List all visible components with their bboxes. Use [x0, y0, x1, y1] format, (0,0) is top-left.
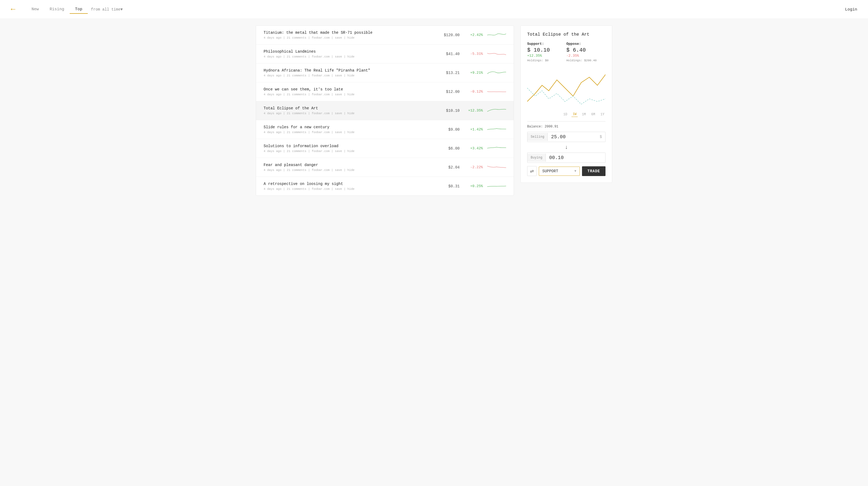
support-select-label: SUPPORT [542, 169, 558, 173]
oppose-price: $ 6.40 [566, 47, 606, 53]
article-meta: 4 days ago | 21 comments | foobar.com | … [264, 36, 441, 39]
article-price: $6.00 [441, 147, 460, 151]
article-change: -2.22% [464, 165, 483, 169]
article-title: Once we can see them, it's too late [264, 87, 441, 92]
article-change: +9.21% [464, 71, 483, 75]
detail-title: Total Eclipse of the Art [527, 32, 606, 37]
article-price: $13.21 [441, 71, 460, 75]
support-select[interactable]: SUPPORT ▼ [539, 167, 580, 176]
article-info: Titanium: the metal that made the SR-71 … [264, 31, 441, 39]
article-info: Solutions to information overload 4 days… [264, 144, 441, 153]
article-sparkline [487, 50, 506, 58]
article-meta: 4 days ago | 21 comments | foobar.com | … [264, 187, 441, 191]
article-row[interactable]: Hydnora Africana: The Real Life "Piranha… [256, 63, 514, 83]
article-row[interactable]: Slide rules for a new century 4 days ago… [256, 120, 514, 139]
article-row[interactable]: Once we can see them, it's too late 4 da… [256, 83, 514, 101]
article-change: +3.42% [464, 147, 483, 151]
article-sparkline [487, 107, 506, 115]
article-meta: 4 days ago | 21 comments | foobar.com | … [264, 150, 441, 153]
timeframes-bar: 1D 1W 1M 6M 1Y [527, 112, 606, 117]
nav-item-rising[interactable]: Rising [44, 5, 70, 14]
header: ← New Rising Top from all time ▼ Login [0, 0, 868, 19]
buying-label: Buying [527, 154, 546, 162]
article-price: $12.00 [441, 90, 460, 94]
oppose-column: Oppose: $ 6.40 -2.35% Holdings: $200.40 [566, 42, 606, 62]
article-title: Total Eclipse of the Art [264, 106, 441, 110]
article-sparkline [487, 69, 506, 77]
article-meta: 4 days ago | 21 comments | foobar.com | … [264, 55, 441, 58]
article-meta: 4 days ago | 21 comments | foobar.com | … [264, 168, 441, 172]
detail-panel: Total Eclipse of the Art Support: $ 10.1… [520, 25, 612, 183]
article-row[interactable]: Fear and pleasant danger 4 days ago | 21… [256, 158, 514, 177]
logo[interactable]: ← [11, 5, 16, 13]
article-meta: 4 days ago | 21 comments | foobar.com | … [264, 131, 441, 134]
article-price: $120.00 [441, 33, 460, 37]
main-content: Titanium: the metal that made the SR-71 … [245, 19, 623, 202]
article-title: Hydnora Africana: The Real Life "Piranha… [264, 68, 441, 73]
article-change: -5.31% [464, 52, 483, 56]
nav-item-top[interactable]: Top [70, 5, 88, 14]
buying-input[interactable] [546, 153, 605, 163]
support-oppose-section: Support: $ 10.10 +12.35% Holdings: $0 Op… [527, 42, 606, 62]
selling-label: Selling [527, 133, 548, 141]
article-sparkline [487, 144, 506, 153]
article-price: $10.10 [441, 108, 460, 113]
tf-6m[interactable]: 6M [590, 112, 596, 117]
article-sparkline [487, 88, 506, 96]
tf-1w[interactable]: 1W [571, 112, 578, 117]
article-row[interactable]: Solutions to information overload 4 days… [256, 139, 514, 158]
filter-arrow: ▼ [120, 7, 123, 11]
article-price: $41.40 [441, 52, 460, 56]
article-list: Titanium: the metal that made the SR-71 … [256, 25, 514, 196]
support-change: +12.35% [527, 54, 566, 58]
article-change: +1.42% [464, 127, 483, 131]
article-row[interactable]: Titanium: the metal that made the SR-71 … [256, 26, 514, 44]
selling-input-row[interactable]: Selling $ [527, 132, 606, 142]
divider [527, 121, 606, 122]
tf-1d[interactable]: 1D [562, 112, 568, 117]
trade-bottom-row: ⇄ SUPPORT ▼ TRADE [527, 166, 606, 176]
support-column: Support: $ 10.10 +12.35% Holdings: $0 [527, 42, 566, 62]
article-change: -0.12% [464, 90, 483, 94]
selling-input[interactable] [548, 132, 596, 142]
article-change: +12.35% [464, 108, 483, 112]
arrow-down-row: ↓ [527, 144, 606, 151]
selling-currency: $ [596, 133, 605, 141]
article-row[interactable]: Philosophical Landmines 4 days ago | 21 … [256, 44, 514, 63]
main-nav: New Rising Top from all time ▼ [26, 5, 845, 14]
article-info: Fear and pleasant danger 4 days ago | 21… [264, 163, 441, 172]
header-right: Login [845, 7, 857, 12]
article-title: Slide rules for a new century [264, 125, 441, 129]
article-sparkline [487, 31, 506, 39]
article-price: $9.00 [441, 127, 460, 132]
article-meta: 4 days ago | 21 comments | foobar.com | … [264, 74, 441, 77]
swap-button[interactable]: ⇄ [527, 166, 537, 176]
article-title: Fear and pleasant danger [264, 163, 441, 167]
article-price: $2.04 [441, 165, 460, 169]
article-info: Slide rules for a new century 4 days ago… [264, 125, 441, 134]
tf-1m[interactable]: 1M [581, 112, 587, 117]
article-info: A retrospective on loosing my sight 4 da… [264, 182, 441, 191]
article-title: Philosophical Landmines [264, 50, 441, 54]
article-info: Philosophical Landmines 4 days ago | 21 … [264, 50, 441, 58]
login-button[interactable]: Login [845, 7, 857, 12]
article-row[interactable]: Total Eclipse of the Art 4 days ago | 21… [256, 101, 514, 120]
article-info: Total Eclipse of the Art 4 days ago | 21… [264, 106, 441, 115]
nav-item-new[interactable]: New [26, 5, 44, 14]
article-sparkline [487, 163, 506, 171]
nav-filter[interactable]: from all time ▼ [88, 5, 126, 14]
support-holdings: Holdings: $0 [527, 59, 566, 62]
support-label: Support: [527, 42, 566, 46]
filter-label: from all time [91, 7, 120, 11]
article-change: +2.42% [464, 33, 483, 37]
tf-1y[interactable]: 1Y [599, 112, 606, 117]
article-price: $0.31 [441, 184, 460, 189]
trade-button[interactable]: TRADE [582, 166, 606, 176]
article-title: A retrospective on loosing my sight [264, 182, 441, 186]
buying-input-row[interactable]: Buying [527, 153, 606, 163]
oppose-label: Oppose: [566, 42, 606, 46]
article-title: Solutions to information overload [264, 144, 441, 148]
article-sparkline [487, 126, 506, 134]
chevron-down-icon: ▼ [575, 169, 576, 173]
article-row[interactable]: A retrospective on loosing my sight 4 da… [256, 177, 514, 195]
